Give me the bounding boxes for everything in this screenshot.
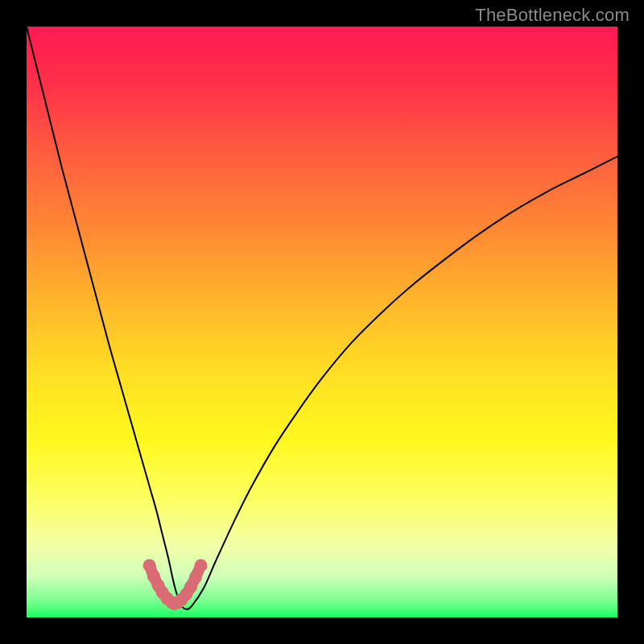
pink-marker-dot xyxy=(189,571,202,584)
chart-svg xyxy=(27,27,617,617)
watermark-text: TheBottleneck.com xyxy=(475,5,630,26)
gradient-background xyxy=(27,27,617,617)
plot-area xyxy=(27,27,617,617)
chart-frame: TheBottleneck.com xyxy=(0,0,644,644)
pink-marker-dot xyxy=(195,559,208,572)
